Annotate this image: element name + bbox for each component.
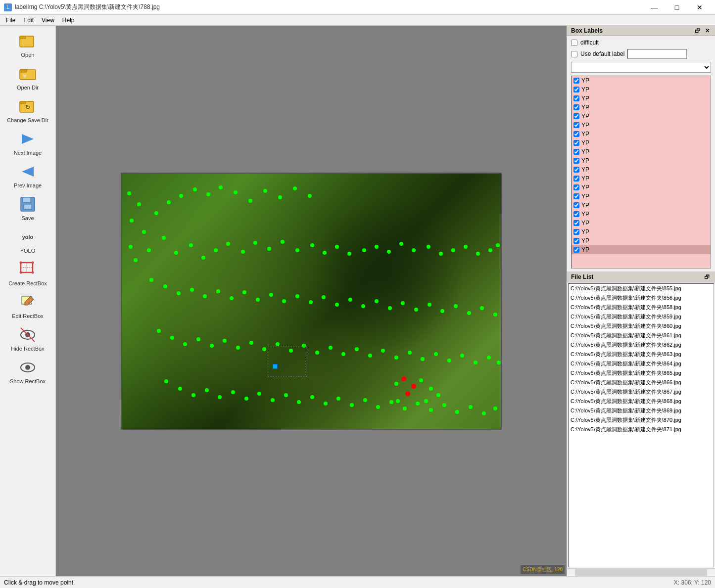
annotation-dot[interactable]: [361, 304, 365, 308]
label-item[interactable]: YP: [572, 201, 711, 210]
file-list-content[interactable]: C:\Yolov5\黄点黑洞数据集\新建文件夹\855.jpgC:\Yolov5…: [568, 283, 714, 567]
annotation-dot[interactable]: [164, 379, 168, 383]
label-item[interactable]: YP: [572, 192, 711, 201]
annotation-dot[interactable]: [322, 295, 326, 299]
horizontal-scrollbar[interactable]: [567, 568, 715, 576]
annotation-dot[interactable]: [439, 252, 443, 256]
annotation-dot[interactable]: [399, 242, 403, 246]
label-checkbox[interactable]: [573, 104, 579, 110]
annotation-dot[interactable]: [149, 278, 153, 282]
annotation-dot[interactable]: [267, 247, 271, 251]
label-item[interactable]: YP: [572, 112, 711, 121]
box-labels-close-btn[interactable]: ✕: [704, 28, 711, 34]
annotation-dot[interactable]: [308, 194, 312, 198]
label-item[interactable]: YP: [572, 219, 711, 227]
annotation-dot[interactable]: [394, 356, 398, 360]
annotation-dot[interactable]: [278, 195, 282, 199]
save-button[interactable]: Save: [3, 192, 52, 224]
label-checkbox[interactable]: [573, 220, 579, 226]
canvas-area[interactable]: CSDN@社区_120: [56, 26, 567, 576]
label-item[interactable]: YP: [572, 138, 711, 147]
annotation-dot[interactable]: [127, 191, 131, 195]
annotation-dot[interactable]: [363, 398, 367, 402]
annotation-dot[interactable]: [257, 392, 261, 396]
annotation-dot[interactable]: [387, 250, 391, 254]
annotation-dot[interactable]: [244, 397, 248, 401]
annotation-dot[interactable]: [488, 248, 492, 252]
labels-list[interactable]: YPYPYPYPYPYPYPYPYPYPYPYPYPYPYPYPYPYPYPYP: [571, 76, 711, 269]
label-checkbox[interactable]: [573, 167, 579, 173]
annotation-dot[interactable]: [411, 384, 416, 389]
file-item[interactable]: C:\Yolov5\黄点黑洞数据集\新建文件夹\861.jpg: [569, 331, 714, 340]
prev-image-button[interactable]: Prev Image: [3, 159, 52, 191]
annotation-dot[interactable]: [447, 359, 451, 362]
annotation-dot[interactable]: [436, 393, 440, 397]
annotation-dot[interactable]: [451, 248, 455, 252]
annotation-dot[interactable]: [480, 306, 484, 310]
annotation-dot[interactable]: [295, 248, 299, 252]
menu-file[interactable]: File: [2, 16, 19, 25]
annotation-dot[interactable]: [191, 393, 195, 397]
label-checkbox[interactable]: [573, 78, 579, 84]
annotation-dot[interactable]: [310, 243, 314, 247]
annotation-dot[interactable]: [416, 402, 420, 406]
annotation-dot[interactable]: [389, 400, 393, 404]
annotation-dot[interactable]: [405, 391, 410, 396]
annotation-dot[interactable]: [350, 403, 354, 407]
annotation-dot[interactable]: [440, 309, 444, 313]
annotation-dot[interactable]: [324, 402, 328, 406]
annotation-dot[interactable]: [179, 194, 183, 198]
annotation-dot[interactable]: [401, 301, 405, 305]
annotation-dot[interactable]: [375, 299, 379, 303]
label-checkbox[interactable]: [573, 113, 579, 119]
annotation-dot[interactable]: [467, 311, 471, 315]
annotation-dot[interactable]: [193, 187, 197, 191]
change-save-dir-button[interactable]: ↻ Change Save Dir: [3, 94, 52, 126]
annotation-dot[interactable]: [323, 251, 327, 255]
label-item[interactable]: YP: [572, 130, 711, 138]
annotation-dot[interactable]: [174, 251, 178, 255]
file-item[interactable]: C:\Yolov5\黄点黑洞数据集\新建文件夹\860.jpg: [569, 321, 714, 331]
minimize-button[interactable]: —: [643, 0, 666, 15]
file-item[interactable]: C:\Yolov5\黄点黑洞数据集\新建文件夹\868.jpg: [569, 397, 714, 406]
annotation-dot[interactable]: [293, 186, 297, 190]
label-item[interactable]: YP: [572, 156, 711, 165]
annotation-dot[interactable]: [218, 395, 222, 399]
annotation-dot[interactable]: [335, 245, 339, 249]
label-checkbox[interactable]: [573, 193, 579, 199]
label-item[interactable]: YP: [572, 147, 711, 156]
annotation-dot[interactable]: [412, 248, 416, 252]
annotation-dot[interactable]: [381, 349, 385, 353]
file-item[interactable]: C:\Yolov5\黄点黑洞数据集\新建文件夹\858.jpg: [569, 303, 714, 312]
file-item[interactable]: C:\Yolov5\黄点黑洞数据集\新建文件夹\869.jpg: [569, 406, 714, 415]
file-item[interactable]: C:\Yolov5\黄点黑洞数据集\新建文件夹\870.jpg: [569, 415, 714, 425]
annotation-dot[interactable]: [203, 294, 207, 298]
annotation-dot[interactable]: [242, 290, 246, 294]
annotation-dot[interactable]: [476, 252, 480, 256]
label-dropdown[interactable]: [571, 62, 711, 73]
file-item[interactable]: C:\Yolov5\黄点黑洞数据集\新建文件夹\871.jpg: [569, 425, 714, 434]
annotation-dot[interactable]: [170, 336, 174, 340]
label-checkbox[interactable]: [573, 122, 579, 128]
annotation-dot[interactable]: [460, 354, 464, 358]
annotation-dot[interactable]: [205, 388, 209, 392]
label-checkbox[interactable]: [573, 95, 579, 101]
file-item[interactable]: C:\Yolov5\黄点黑洞数据集\新建文件夹\859.jpg: [569, 312, 714, 321]
open-button[interactable]: Open: [3, 29, 52, 60]
file-item[interactable]: C:\Yolov5\黄点黑洞数据集\新建文件夹\863.jpg: [569, 350, 714, 359]
image-canvas[interactable]: [121, 173, 502, 430]
annotation-dot[interactable]: [455, 410, 459, 414]
difficult-checkbox[interactable]: [571, 40, 577, 46]
annotation-dot[interactable]: [424, 399, 428, 403]
menu-edit[interactable]: Edit: [19, 16, 38, 25]
annotation-dot[interactable]: [469, 405, 473, 409]
menu-help[interactable]: Help: [58, 16, 79, 25]
box-labels-float-btn[interactable]: 🗗: [693, 28, 702, 34]
annotation-dot[interactable]: [464, 245, 468, 249]
annotation-dot[interactable]: [177, 291, 181, 295]
annotation-dot[interactable]: [129, 245, 133, 249]
annotation-dot[interactable]: [284, 393, 288, 397]
label-checkbox[interactable]: [573, 87, 579, 92]
annotation-dot[interactable]: [271, 398, 275, 402]
open-dir-button[interactable]: Open Dir: [3, 61, 52, 93]
